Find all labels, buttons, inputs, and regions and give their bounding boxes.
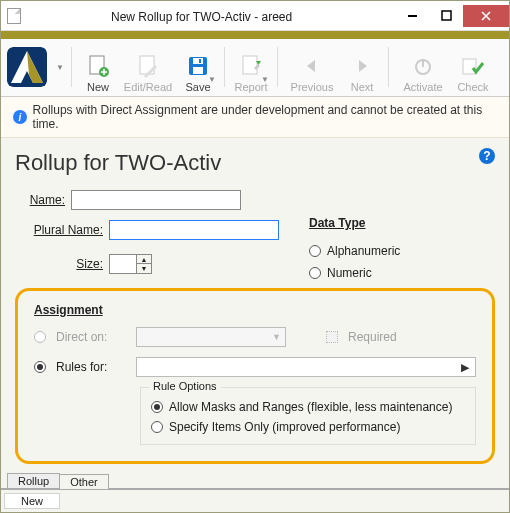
svg-rect-13	[199, 59, 201, 63]
power-icon	[412, 53, 434, 79]
name-input[interactable]	[71, 190, 241, 210]
alphanumeric-radio[interactable]	[309, 245, 321, 257]
size-spinner[interactable]: ▲▼	[137, 254, 152, 274]
size-label: Size:	[15, 257, 103, 271]
rule-options-title: Rule Options	[149, 380, 221, 392]
rule-options-group: Rule Options Allow Masks and Ranges (fle…	[140, 387, 476, 445]
numeric-label: Numeric	[327, 266, 372, 280]
titlebar: New Rollup for TWO-Activ - areed	[1, 1, 509, 31]
direct-on-combo: ▼	[136, 327, 286, 347]
content-area: ? Rollup for TWO-Activ Name: Plural Name…	[1, 138, 509, 473]
new-icon	[87, 53, 109, 79]
specify-items-radio[interactable]	[151, 421, 163, 433]
new-button[interactable]: New	[78, 43, 118, 93]
edit-read-icon	[137, 53, 159, 79]
banner-text: Rollups with Direct Assignment are under…	[33, 103, 497, 131]
svg-rect-14	[243, 56, 257, 74]
svg-rect-12	[193, 67, 203, 74]
svg-rect-11	[193, 58, 203, 64]
specify-items-label: Specify Items Only (improved performance…	[169, 420, 400, 434]
tab-other[interactable]: Other	[59, 474, 109, 489]
required-checkbox	[326, 331, 338, 343]
window-title: New Rollup for TWO-Activ - areed	[111, 8, 395, 24]
alphanumeric-label: Alphanumeric	[327, 244, 400, 258]
rules-for-radio[interactable]	[34, 361, 46, 373]
data-type-group: Data Type	[309, 216, 400, 230]
maximize-button[interactable]	[429, 5, 463, 27]
toolbar: ▼ New Edit/Read Save ▼ Repor	[1, 39, 509, 97]
plural-name-input[interactable]	[109, 220, 279, 240]
rules-for-combo[interactable]: ▶	[136, 357, 476, 377]
save-button[interactable]: Save ▼	[178, 43, 218, 93]
logo-dropdown[interactable]: ▼	[55, 43, 65, 91]
statusbar: New	[1, 489, 509, 512]
svg-marker-16	[359, 60, 367, 72]
rules-for-label: Rules for:	[56, 360, 126, 374]
svg-marker-15	[307, 60, 315, 72]
save-icon	[187, 53, 209, 79]
accent-bar	[1, 31, 509, 39]
allow-masks-radio[interactable]	[151, 401, 163, 413]
close-button[interactable]	[463, 5, 509, 27]
activate-button[interactable]: Activate	[395, 43, 451, 93]
help-icon[interactable]: ?	[479, 148, 495, 164]
direct-on-label: Direct on:	[56, 330, 126, 344]
app-window: New Rollup for TWO-Activ - areed ▼	[0, 0, 510, 513]
previous-icon	[301, 53, 323, 79]
edit-read-button[interactable]: Edit/Read	[120, 43, 176, 93]
info-banner: i Rollups with Direct Assignment are und…	[1, 97, 509, 138]
save-dropdown-caret[interactable]: ▼	[208, 75, 216, 84]
report-button[interactable]: Report ▼	[231, 43, 271, 93]
numeric-radio[interactable]	[309, 267, 321, 279]
report-dropdown-caret[interactable]: ▼	[261, 75, 269, 84]
assignment-label: Assignment	[34, 303, 476, 317]
required-label: Required	[348, 330, 397, 344]
status-cell: New	[4, 493, 60, 509]
check-button[interactable]: Check	[453, 43, 493, 93]
next-button[interactable]: Next	[342, 43, 382, 93]
assignment-group: Assignment Direct on: ▼ Required Rules f…	[15, 288, 495, 464]
svg-rect-1	[442, 11, 451, 20]
document-icon	[7, 8, 21, 24]
size-input[interactable]	[109, 254, 137, 274]
check-icon	[461, 53, 485, 79]
previous-button[interactable]: Previous	[284, 43, 340, 93]
report-icon	[240, 53, 262, 79]
tab-strip: Rollup Other	[1, 473, 509, 489]
allow-masks-label: Allow Masks and Ranges (flexible, less m…	[169, 400, 452, 414]
tab-rollup[interactable]: Rollup	[7, 473, 60, 488]
next-icon	[351, 53, 373, 79]
minimize-button[interactable]	[395, 5, 429, 27]
plural-name-label: Plural Name:	[15, 223, 103, 237]
page-title: Rollup for TWO-Activ	[15, 150, 495, 176]
app-logo-icon	[7, 47, 47, 87]
direct-on-radio	[34, 331, 46, 343]
name-label: Name:	[15, 193, 65, 207]
info-icon: i	[13, 110, 27, 124]
